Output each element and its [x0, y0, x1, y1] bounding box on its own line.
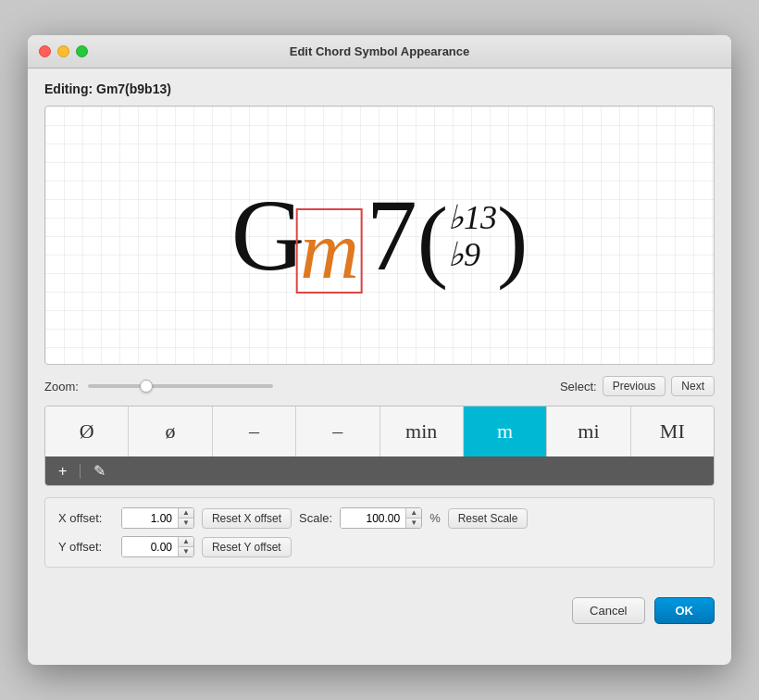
token-dash1[interactable]: – — [213, 406, 296, 456]
editing-label: Editing: Gm7(b9b13) — [44, 81, 715, 96]
scale-input[interactable] — [341, 508, 405, 528]
window-title: Edit Chord Symbol Appearance — [290, 44, 470, 58]
y-offset-down[interactable]: ▼ — [179, 547, 193, 556]
zoom-slider[interactable] — [88, 384, 273, 388]
previous-button[interactable]: Previous — [603, 376, 666, 396]
x-offset-label: X offset: — [58, 511, 114, 525]
x-offset-stepper: ▲ ▼ — [178, 508, 193, 528]
x-offset-input-group: ▲ ▼ — [121, 507, 194, 529]
x-offset-input[interactable] — [122, 508, 178, 528]
y-offset-row: Y offset: ▲ ▼ Reset Y offset — [58, 536, 701, 557]
scale-down[interactable]: ▼ — [406, 519, 421, 528]
chord-quality-selected: m — [296, 208, 363, 294]
offsets-area: X offset: ▲ ▼ Reset X offset Scale: ▲ ▼ — [44, 497, 715, 568]
x-offset-up[interactable]: ▲ — [179, 508, 193, 519]
edit-token-button[interactable]: ✎ — [90, 462, 109, 480]
token-dim-circle[interactable]: Ø — [45, 406, 129, 456]
minimize-button[interactable] — [57, 45, 69, 57]
x-offset-down[interactable]: ▼ — [179, 519, 193, 528]
token-mi[interactable]: mi — [547, 406, 630, 456]
chord-extensions: ( ♭13 ♭9 ) — [417, 194, 529, 286]
ok-button[interactable]: OK — [654, 597, 715, 624]
close-button[interactable] — [39, 45, 51, 57]
y-offset-input[interactable] — [122, 537, 178, 556]
percent-label: % — [429, 511, 441, 525]
chord-preview: G m 7 ( ♭13 ♭9 ) — [44, 106, 715, 365]
next-button[interactable]: Next — [671, 376, 715, 396]
token-dash2[interactable]: – — [296, 406, 380, 456]
scale-stepper: ▲ ▼ — [405, 508, 421, 528]
maximize-button[interactable] — [76, 45, 88, 57]
reset-scale-button[interactable]: Reset Scale — [448, 508, 529, 529]
reset-y-offset-button[interactable]: Reset Y offset — [202, 537, 292, 557]
window-controls — [39, 45, 88, 57]
chord-symbol-display: G m 7 ( ♭13 ♭9 ) — [231, 184, 529, 286]
y-offset-input-group: ▲ ▼ — [121, 536, 194, 557]
scale-up[interactable]: ▲ — [406, 508, 421, 519]
dialog-window: Edit Chord Symbol Appearance Editing: Gm… — [28, 35, 731, 665]
y-offset-label: Y offset: — [58, 540, 114, 554]
y-offset-stepper: ▲ ▼ — [178, 537, 193, 556]
token-half-dim[interactable]: ø — [129, 406, 212, 456]
dialog-footer: Cancel OK — [28, 584, 731, 641]
toolbar-divider — [80, 464, 81, 479]
scale-label: Scale: — [299, 511, 332, 525]
add-token-button[interactable]: + — [55, 463, 70, 480]
cancel-button[interactable]: Cancel — [572, 597, 644, 624]
zoom-select-row: Zoom: Select: Previous Next — [44, 376, 715, 396]
titlebar: Edit Chord Symbol Appearance — [28, 35, 731, 69]
select-label: Select: — [560, 380, 597, 394]
tokens-toolbar: + ✎ — [45, 456, 714, 485]
token-MI[interactable]: MI — [631, 406, 714, 456]
scale-input-group: ▲ ▼ — [340, 507, 422, 529]
zoom-label: Zoom: — [44, 380, 79, 394]
tokens-row: Øø––minmmiMI — [45, 406, 714, 456]
reset-x-offset-button[interactable]: Reset X offset — [202, 508, 292, 529]
token-m[interactable]: m — [464, 406, 547, 456]
token-min[interactable]: min — [380, 406, 464, 456]
y-offset-up[interactable]: ▲ — [179, 537, 193, 547]
tokens-area: Øø––minmmiMI + ✎ — [44, 406, 715, 486]
chord-seventh: 7 — [367, 184, 417, 286]
chord-root: G — [231, 184, 300, 286]
main-content: Editing: Gm7(b9b13) G m 7 ( ♭13 ♭9 ) — [28, 69, 731, 584]
select-group: Select: Previous Next — [560, 376, 715, 396]
x-offset-row: X offset: ▲ ▼ Reset X offset Scale: ▲ ▼ — [58, 507, 701, 529]
